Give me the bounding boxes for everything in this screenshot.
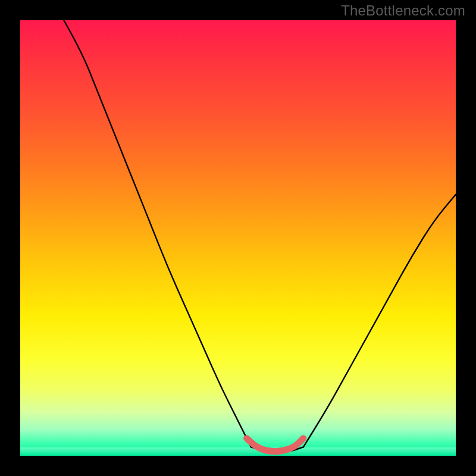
- plot-area: [20, 20, 456, 456]
- highlighted-minimum: [247, 439, 303, 452]
- curve-overlay: [20, 20, 456, 456]
- chart-container: TheBottleneck.com: [0, 0, 476, 476]
- watermark-text: TheBottleneck.com: [341, 2, 465, 19]
- bottleneck-curve-left: [64, 20, 251, 447]
- bottleneck-curve-right: [303, 195, 456, 447]
